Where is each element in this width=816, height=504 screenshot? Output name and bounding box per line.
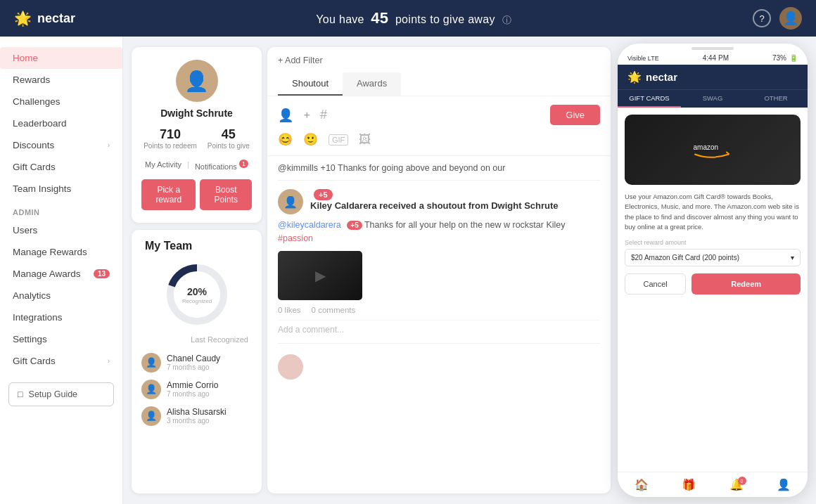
post-points-badge-1: +5	[314, 189, 333, 200]
notification-badge: 1	[239, 160, 248, 168]
plus-icon[interactable]: ＋	[302, 109, 312, 122]
hash-icon[interactable]: #	[320, 108, 327, 122]
tab-awards[interactable]: Awards	[343, 72, 401, 96]
post-card-1: 👤 +5 Kiley Caldarera received a shoutout…	[278, 189, 600, 344]
boost-points-button[interactable]: Boost Points	[200, 179, 252, 210]
mention-icon[interactable]: 👤	[278, 108, 293, 123]
phone-header: 🌟 nectar	[618, 65, 808, 89]
sidebar-item-rewards[interactable]: Rewards	[0, 69, 122, 91]
main-layout: Home Rewards Challenges Leaderboard Disc…	[0, 37, 816, 504]
image-icon[interactable]: 🖼	[359, 133, 371, 147]
points-suffix: points to give away	[395, 13, 495, 25]
gif-button[interactable]: GIF	[329, 134, 348, 146]
post-gif-1: ▶	[278, 251, 362, 300]
sidebar-item-team-insights[interactable]: Team Insights	[0, 178, 122, 200]
profile-name: Dwight Schrute	[160, 108, 233, 119]
sidebar-item-admin-giftcards[interactable]: Gift Cards ›	[0, 350, 122, 372]
phone-nav-home[interactable]: 🏠	[618, 478, 665, 491]
emoji-icon[interactable]: 😊	[278, 132, 293, 147]
phone-nav-badge: 0	[738, 477, 746, 485]
chevron-right-icon: ›	[108, 141, 110, 149]
feed-preview: @kimmills +10 Thanks for going above and…	[278, 163, 600, 181]
team-member-1: 👤 Chanel Caudy 7 months ago	[141, 349, 252, 376]
sidebar-item-integrations[interactable]: Integrations	[0, 306, 122, 328]
phone-bottom-nav: 🏠 🎁 🔔 0 👤	[618, 472, 808, 497]
sidebar-item-giftcards[interactable]: Gift Cards	[0, 156, 122, 178]
setup-guide-button[interactable]: □ Setup Guide	[8, 382, 114, 406]
post-header-1: 👤 +5 Kiley Caldarera received a shoutout…	[278, 189, 600, 214]
feed-tabs: Shoutout Awards	[278, 72, 600, 96]
likes-count[interactable]: 0 likes	[278, 306, 301, 314]
tab-shoutout[interactable]: Shoutout	[278, 72, 343, 96]
phone-nav-profile[interactable]: 👤	[760, 478, 808, 491]
sidebar-item-leaderboard[interactable]: Leaderboard	[0, 112, 122, 134]
pick-reward-button[interactable]: Pick a reward	[141, 179, 196, 210]
phone-select-label: Select reward amount	[625, 239, 801, 246]
gif-preview: ▶	[278, 251, 362, 300]
main-content: 👤 Dwight Schrute 710 Points to redeem 45…	[123, 37, 816, 504]
phone-nav-notifications[interactable]: 🔔 0	[713, 478, 760, 491]
chevron-right-icon-2: ›	[108, 357, 110, 365]
notifications-link[interactable]: Notifications 1	[195, 160, 248, 171]
sidebar-item-discounts[interactable]: Discounts ›	[0, 134, 122, 156]
dropdown-icon: ▾	[791, 254, 794, 261]
give-button[interactable]: Give	[550, 105, 600, 125]
sidebar-item-home[interactable]: Home	[0, 47, 122, 69]
post-avatar-1: 👤	[278, 189, 303, 214]
points-prefix: You have	[316, 13, 364, 25]
admin-section-label: Admin	[0, 200, 122, 219]
points-value: 45	[371, 9, 388, 27]
phone-cancel-button[interactable]: Cancel	[625, 273, 686, 295]
svg-text:Recognized: Recognized	[181, 298, 211, 304]
add-filter-button[interactable]: + Add Filter	[278, 56, 600, 65]
profile-card: 👤 Dwight Schrute 710 Points to redeem 45…	[132, 47, 262, 493]
phone-redeem-button[interactable]: Redeem	[691, 273, 801, 295]
sidebar-item-settings[interactable]: Settings	[0, 328, 122, 350]
feed-header: + Add Filter Shoutout Awards	[267, 47, 611, 96]
sidebar-item-users[interactable]: Users	[0, 219, 122, 241]
phone-tab-other[interactable]: OTHER	[744, 90, 808, 108]
my-team-title: My Team	[141, 240, 252, 252]
phone-battery: 73% 🔋	[772, 54, 798, 62]
setup-icon: □	[18, 389, 23, 399]
amazon-gift-card: amazon	[625, 115, 801, 185]
phone-tab-swag[interactable]: SWAG	[681, 90, 744, 108]
comment-box-1[interactable]: Add a comment...	[278, 320, 600, 335]
help-button[interactable]: ?	[753, 9, 771, 27]
phone-status-bar: Visible LTE 4:44 PM 73% 🔋	[618, 50, 808, 65]
user-avatar[interactable]: 👤	[779, 7, 802, 30]
compose-area: 👤 ＋ # Give 😊 🙂 GIF 🖼	[267, 96, 611, 156]
points-header: You have 45 points to give away ⓘ	[316, 9, 511, 27]
sidebar-item-analytics[interactable]: Analytics	[0, 285, 122, 306]
member-avatar-2: 👤	[141, 380, 161, 399]
phone-nav-gift[interactable]: 🎁	[665, 478, 713, 491]
phone-carrier: Visible LTE	[627, 55, 659, 62]
logo-text: nectar	[37, 11, 75, 26]
compose-toolbar: 👤 ＋ # Give	[278, 105, 600, 125]
phone-mockup: Visible LTE 4:44 PM 73% 🔋 🌟 nectar GIFT …	[618, 44, 808, 497]
team-member-3: 👤 Alisha Slusarski 3 months ago	[141, 403, 252, 429]
feed-content: @kimmills +10 Thanks for going above and…	[267, 156, 611, 493]
sidebar-item-manage-rewards[interactable]: Manage Rewards	[0, 241, 122, 263]
info-icon[interactable]: ⓘ	[502, 15, 511, 25]
comments-count[interactable]: 0 comments	[312, 306, 356, 314]
feed-area: + Add Filter Shoutout Awards 👤 ＋ # Give …	[267, 47, 611, 493]
donut-chart: 20% Recognized	[141, 259, 252, 330]
manage-awards-badge: 13	[94, 269, 110, 278]
phone-tab-giftcards[interactable]: GIFT CARDS	[618, 90, 681, 108]
phone-card-description: Use your Amazon.com Gift Card® towards B…	[625, 192, 801, 232]
profile-avatar: 👤	[176, 60, 218, 102]
svg-text:amazon: amazon	[694, 143, 719, 151]
profile-buttons: Pick a reward Boost Points	[141, 179, 252, 210]
sidebar-item-manage-awards[interactable]: Manage Awards 13	[0, 263, 122, 285]
sidebar-item-challenges[interactable]: Challenges	[0, 91, 122, 112]
phone-logo-icon: 🌟	[627, 70, 642, 84]
next-post-preview	[278, 354, 600, 380]
profile-actions: My Activity | Notifications 1	[145, 160, 248, 171]
phone-reward-select[interactable]: $20 Amazon Gift Card (200 points) ▾	[625, 249, 801, 266]
sidebar: Home Rewards Challenges Leaderboard Disc…	[0, 37, 123, 504]
reaction-icon[interactable]: 🙂	[303, 132, 318, 147]
my-activity-link[interactable]: My Activity	[145, 160, 181, 171]
logo: 🌟 nectar	[14, 10, 75, 27]
phone-time: 4:44 PM	[703, 54, 729, 62]
